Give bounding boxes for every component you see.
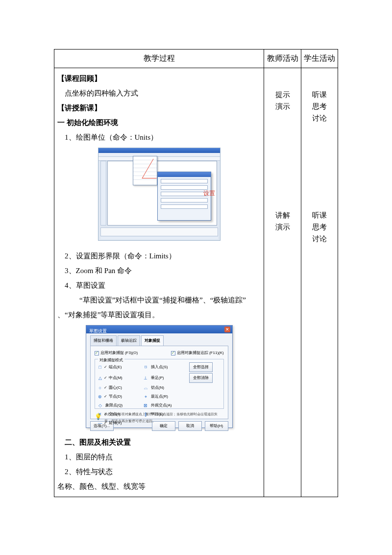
- sec1-item3: 3、Zoom 和 Pan 命令: [57, 263, 261, 278]
- page: 教学过程 教师活动 学生活动 【课程回顾】 点坐标的四种输入方式 【讲授新课】 …: [0, 0, 392, 522]
- table-body-row: 【课程回顾】 点坐标的四种输入方式 【讲授新课】 一 初始化绘图环境 1、绘图单…: [54, 68, 338, 497]
- sec1-item2: 2、设置图形界限（命令：Limits）: [57, 249, 261, 263]
- teacher-activity-1: 提示 演示: [264, 89, 300, 112]
- teacher-activity-2: 讲解 演示: [264, 209, 300, 233]
- opt-insert[interactable]: ⌑插入点(S): [144, 362, 186, 372]
- student-activity-2: 听课 思考 讨论: [301, 209, 338, 245]
- content-cell: 【课程回顾】 点坐标的四种输入方式 【讲授新课】 一 初始化绘图环境 1、绘图单…: [54, 68, 264, 497]
- tab-snap-grid[interactable]: 捕捉和栅格: [90, 335, 117, 346]
- ss1-status-bar: [100, 237, 218, 239]
- student-activity-1: 听课 思考 讨论: [301, 89, 338, 124]
- ss1-dialog-title: [158, 172, 211, 177]
- enable-osnap-checkbox[interactable]: ✓启用对象捕捉 (F3)(O): [95, 349, 138, 357]
- screenshot-osnap-dialog: 草图设置 ✕ 捕捉和栅格 极轴追踪 对象捕捉 ✓启用对象捕捉 (F3)(O): [86, 325, 233, 428]
- screenshot1-wrap: 设置: [57, 148, 261, 246]
- opt-intersection[interactable]: ✕✓交点(I): [98, 410, 141, 418]
- ss1-titlebar: [98, 148, 220, 153]
- section1-heading: 一 初始化绘图环境: [57, 115, 261, 130]
- close-icon[interactable]: ✕: [224, 327, 230, 332]
- opt-quadrant[interactable]: ◇象限点(Q): [98, 402, 141, 409]
- sec1-item4-desc-a: “草图设置”对话框中设置“捕捉和栅格”、“极轴追踪”: [57, 293, 261, 307]
- group-title: 对象捕捉模式: [98, 356, 124, 364]
- new-lesson-heading: 【讲授新课】: [57, 101, 261, 115]
- review-heading: 【课程回顾】: [57, 71, 261, 86]
- lesson-table: 教学过程 教师活动 学生活动 【课程回顾】 点坐标的四种输入方式 【讲授新课】 …: [54, 49, 338, 497]
- sec2-item2: 2、特性与状态: [57, 464, 261, 479]
- tab-osnap[interactable]: 对象捕捉: [141, 335, 164, 346]
- opt-parallel[interactable]: ∥平行(L): [144, 410, 186, 418]
- table-header-row: 教学过程 教师活动 学生活动: [54, 50, 338, 68]
- ss1-left-tools: [100, 161, 106, 226]
- sec2-item1: 1、图层的特点: [57, 450, 261, 464]
- select-all-button[interactable]: 全部选择: [189, 362, 213, 372]
- screenshot-units-dialog: 设置: [98, 148, 220, 241]
- opt-nearest[interactable]: ⌖最近点(R): [144, 393, 186, 401]
- header-process: 教学过程: [54, 50, 264, 68]
- enable-osnap-track-checkbox[interactable]: ✓启用对象捕捉追踪 (F11)(K): [171, 349, 224, 357]
- opt-apparent[interactable]: ⊠外观交点(A): [144, 402, 186, 409]
- tab-polar[interactable]: 极轴追踪: [118, 335, 140, 346]
- osnap-mode-group: 对象捕捉模式 □✓端点(E) ⌑插入点(S) 全部选择 △✓中点(M) ⊥垂足(…: [95, 359, 224, 409]
- section2-heading: 二、图层及相关设置: [57, 435, 261, 450]
- screenshot2-wrap: 草图设置 ✕ 捕捉和栅格 极轴追踪 对象捕捉 ✓启用对象捕捉 (F3)(O): [57, 325, 261, 432]
- opt-midpoint[interactable]: △✓中点(M): [98, 373, 141, 383]
- ss1-menu-dropdown: [133, 156, 157, 185]
- opt-tangent[interactable]: ⌓切点(N): [144, 384, 186, 392]
- opt-extension[interactable]: —✓延伸(X): [98, 419, 141, 427]
- ss2-tabs: 捕捉和栅格 极轴追踪 对象捕捉: [90, 335, 228, 346]
- ss2-titlebar: 草图设置 ✕: [86, 326, 232, 333]
- opt-perpendicular[interactable]: ⊥垂足(P): [144, 373, 186, 383]
- sec1-item4: 4、草图设置: [57, 278, 261, 293]
- ss2-panel: ✓启用对象捕捉 (F3)(O) ✓启用对象捕捉追踪 (F11)(K) 对象捕捉模…: [90, 346, 228, 419]
- ss1-menubar: [98, 153, 220, 157]
- review-item: 点坐标的四种输入方式: [57, 86, 261, 101]
- ss1-toolbar: [98, 157, 220, 161]
- sec1-item4-desc-b: 、“对象捕捉”等草图设置项目。: [57, 307, 261, 322]
- sec1-item1: 1、绘图单位（命令：Units）: [57, 130, 261, 145]
- opt-node[interactable]: ⊗✓节点(D): [98, 393, 141, 401]
- teacher-activity-cell: 提示 演示 讲解 演示: [264, 68, 301, 497]
- opt-center[interactable]: ○✓圆心(C): [98, 384, 141, 392]
- ss2-title: 草图设置: [89, 328, 107, 333]
- ss1-command-line: [100, 227, 218, 236]
- ss1-annotation-label: 设置: [203, 187, 215, 199]
- sec2-item3: 名称、颜色、线型、线宽等: [57, 479, 261, 494]
- student-activity-cell: 听课 思考 讨论 听课 思考 讨论: [301, 68, 338, 497]
- header-teacher: 教师活动: [264, 50, 301, 68]
- header-student: 学生活动: [301, 50, 338, 68]
- clear-all-button[interactable]: 全部清除: [189, 373, 213, 383]
